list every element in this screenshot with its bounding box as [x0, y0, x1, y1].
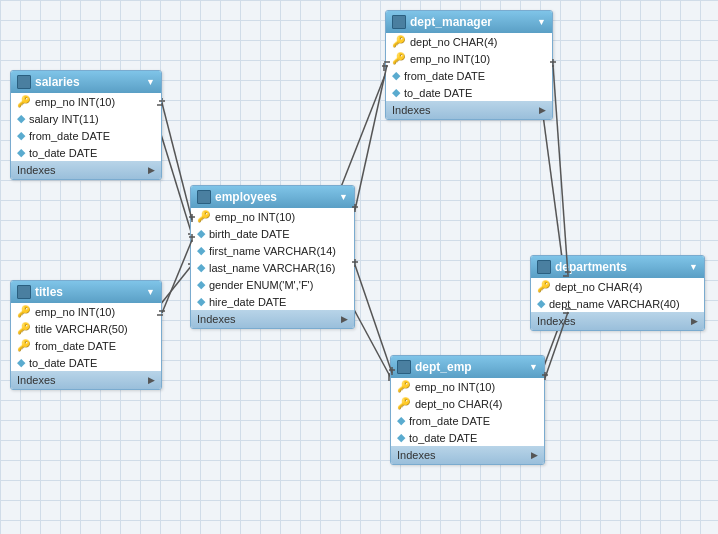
field-row: ◆ salary INT(11)	[11, 110, 161, 127]
table-salaries-header[interactable]: salaries ▼	[11, 71, 161, 93]
field-text: dept_no CHAR(4)	[410, 36, 497, 48]
indexes-label: Indexes	[537, 315, 576, 327]
field-text: dept_no CHAR(4)	[555, 281, 642, 293]
diamond-icon: ◆	[17, 129, 25, 142]
field-text: from_date DATE	[35, 340, 116, 352]
indexes-row-employees[interactable]: Indexes ▶	[191, 310, 354, 328]
field-text: from_date DATE	[409, 415, 490, 427]
svg-line-43	[355, 265, 392, 373]
field-row: 🔑 dept_no CHAR(4)	[531, 278, 704, 295]
field-text: hire_date DATE	[209, 296, 286, 308]
diamond-icon: ◆	[197, 244, 205, 257]
table-dept-manager: dept_manager ▼ 🔑 dept_no CHAR(4) 🔑 emp_n…	[385, 10, 553, 120]
field-row: 🔑 emp_no INT(10)	[191, 208, 354, 225]
field-text: emp_no INT(10)	[410, 53, 490, 65]
table-departments-title: departments	[555, 260, 627, 274]
table-titles: titles ▼ 🔑 emp_no INT(10) 🔑 title VARCHA…	[10, 280, 162, 390]
field-row: ◆ from_date DATE	[386, 67, 552, 84]
diamond-icon: ◆	[197, 261, 205, 274]
field-text: emp_no INT(10)	[35, 306, 115, 318]
field-text: first_name VARCHAR(14)	[209, 245, 336, 257]
table-titles-title: titles	[35, 285, 63, 299]
key-icon: 🔑	[17, 339, 31, 352]
table-dept-manager-header[interactable]: dept_manager ▼	[386, 11, 552, 33]
field-row: ◆ from_date DATE	[391, 412, 544, 429]
table-dept-manager-title: dept_manager	[410, 15, 492, 29]
indexes-label: Indexes	[17, 374, 56, 386]
diamond-icon: ◆	[17, 356, 25, 369]
indexes-arrow-icon: ▶	[148, 375, 155, 385]
key-icon: 🔑	[197, 210, 211, 223]
field-text: emp_no INT(10)	[35, 96, 115, 108]
indexes-arrow-icon: ▶	[531, 450, 538, 460]
field-row: ◆ to_date DATE	[391, 429, 544, 446]
indexes-row-dept-manager[interactable]: Indexes ▶	[386, 101, 552, 119]
diamond-icon: ◆	[17, 112, 25, 125]
field-row: ◆ dept_name VARCHAR(40)	[531, 295, 704, 312]
field-text: to_date DATE	[409, 432, 477, 444]
field-text: from_date DATE	[29, 130, 110, 142]
indexes-arrow-icon: ▶	[691, 316, 698, 326]
field-row: ◆ from_date DATE	[11, 127, 161, 144]
table-dept-emp-header[interactable]: dept_emp ▼	[391, 356, 544, 378]
table-employees-title: employees	[215, 190, 277, 204]
indexes-row-salaries[interactable]: Indexes ▶	[11, 161, 161, 179]
table-dropdown-icon[interactable]: ▼	[689, 262, 698, 272]
table-departments-header[interactable]: departments ▼	[531, 256, 704, 278]
table-employees-header[interactable]: employees ▼	[191, 186, 354, 208]
key-icon: 🔑	[397, 397, 411, 410]
field-text: emp_no INT(10)	[215, 211, 295, 223]
field-row: 🔑 from_date DATE	[11, 337, 161, 354]
indexes-arrow-icon: ▶	[539, 105, 546, 115]
table-dropdown-icon[interactable]: ▼	[146, 287, 155, 297]
field-text: to_date DATE	[29, 147, 97, 159]
field-text: dept_name VARCHAR(40)	[549, 298, 680, 310]
indexes-row-departments[interactable]: Indexes ▶	[531, 312, 704, 330]
field-row: 🔑 emp_no INT(10)	[11, 93, 161, 110]
table-salaries: salaries ▼ 🔑 emp_no INT(10) ◆ salary INT…	[10, 70, 162, 180]
indexes-label: Indexes	[197, 313, 236, 325]
indexes-label: Indexes	[397, 449, 436, 461]
table-dropdown-icon[interactable]: ▼	[529, 362, 538, 372]
table-dropdown-icon[interactable]: ▼	[339, 192, 348, 202]
table-employees: employees ▼ 🔑 emp_no INT(10) ◆ birth_dat…	[190, 185, 355, 329]
svg-line-48	[553, 65, 568, 275]
field-row: ◆ to_date DATE	[386, 84, 552, 101]
diamond-icon: ◆	[537, 297, 545, 310]
svg-line-33	[162, 240, 192, 313]
key-icon: 🔑	[17, 305, 31, 318]
table-dept-emp: dept_emp ▼ 🔑 emp_no INT(10) 🔑 dept_no CH…	[390, 355, 545, 465]
field-row: ◆ to_date DATE	[11, 354, 161, 371]
field-text: last_name VARCHAR(16)	[209, 262, 335, 274]
field-row: 🔑 emp_no INT(10)	[386, 50, 552, 67]
table-departments: departments ▼ 🔑 dept_no CHAR(4) ◆ dept_n…	[530, 255, 705, 331]
indexes-arrow-icon: ▶	[148, 165, 155, 175]
diamond-icon: ◆	[197, 295, 205, 308]
key-icon: 🔑	[392, 52, 406, 65]
field-row: 🔑 emp_no INT(10)	[391, 378, 544, 395]
field-text: gender ENUM('M','F')	[209, 279, 313, 291]
field-row: 🔑 emp_no INT(10)	[11, 303, 161, 320]
table-dropdown-icon[interactable]: ▼	[537, 17, 546, 27]
field-text: title VARCHAR(50)	[35, 323, 128, 335]
diamond-icon: ◆	[17, 146, 25, 159]
field-text: dept_no CHAR(4)	[415, 398, 502, 410]
diamond-icon: ◆	[197, 278, 205, 291]
field-row: 🔑 dept_no CHAR(4)	[391, 395, 544, 412]
field-text: birth_date DATE	[209, 228, 290, 240]
field-row: ◆ first_name VARCHAR(14)	[191, 242, 354, 259]
field-row: 🔑 dept_no CHAR(4)	[386, 33, 552, 50]
indexes-row-titles[interactable]: Indexes ▶	[11, 371, 161, 389]
field-row: ◆ birth_date DATE	[191, 225, 354, 242]
indexes-label: Indexes	[392, 104, 431, 116]
table-icon	[537, 260, 551, 274]
field-text: salary INT(11)	[29, 113, 99, 125]
field-row: ◆ hire_date DATE	[191, 293, 354, 310]
table-icon	[197, 190, 211, 204]
diamond-icon: ◆	[392, 86, 400, 99]
table-dropdown-icon[interactable]: ▼	[146, 77, 155, 87]
svg-line-28	[162, 103, 192, 220]
table-titles-header[interactable]: titles ▼	[11, 281, 161, 303]
table-icon	[17, 75, 31, 89]
indexes-row-dept-emp[interactable]: Indexes ▶	[391, 446, 544, 464]
